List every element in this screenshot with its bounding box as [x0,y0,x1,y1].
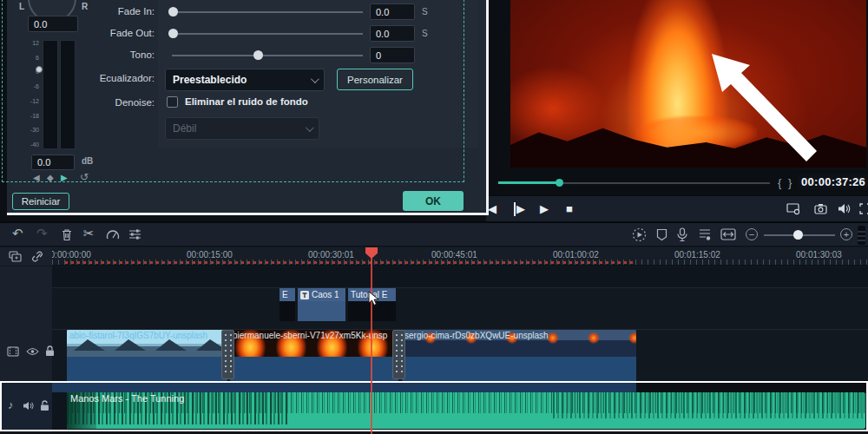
denoise-checkbox-label: Eliminar el ruido de fondo [185,96,308,107]
video-clip[interactable]: sergio-cima-rDs0zbXQwUE-unsplash [402,330,636,381]
marker-icon[interactable] [656,228,667,241]
title-clip-label: E [282,290,288,299]
keyframe-prev-button[interactable]: ◀ [33,173,40,182]
zoom-out-button[interactable]: − [746,228,758,240]
fade-out-slider[interactable] [172,33,363,35]
mark-in-icon[interactable]: { [778,176,781,189]
transition-element[interactable] [221,330,234,379]
denoise-level-value: Débil [173,122,196,135]
volume-icon[interactable] [838,203,852,214]
fade-out-handle[interactable] [168,29,178,38]
audio-clip[interactable]: Manos Mars - The Tunning [67,392,865,429]
timeline-ruler[interactable]: 00:00:00:00 00:00:15:00 00:00:30:01 00:0… [52,247,868,266]
seekbar-track[interactable] [559,182,770,184]
timeline-panel: ↶ ↷ ✂ [0,221,868,434]
fade-in-input[interactable]: 0.0 [370,3,415,20]
audio-mixer-icon[interactable] [698,228,712,240]
denoise-checkbox[interactable] [167,96,178,108]
tone-handle[interactable] [253,50,263,60]
timecode-display: 00:00:37:26 [799,174,868,189]
video-track-icon [7,346,19,357]
fade-in-handle[interactable] [168,7,178,16]
render-preview-icon[interactable] [632,227,647,242]
timeline-vertical-scrollbar[interactable] [858,226,865,245]
equalizer-preset-value: Preestablecido [173,74,247,86]
title-clip-label: Caos 1 [312,290,339,299]
fade-in-slider[interactable] [172,11,363,13]
adjust-sliders-icon[interactable] [128,228,141,240]
audio-row-upper-strip-dark [636,383,865,392]
split-scissors-icon[interactable]: ✂ [83,227,95,240]
preview-panel: { } 00:00:37:26 ◀ ▶ ▶ ■ [486,0,868,221]
title-clip[interactable]: Caos 1 [298,288,345,321]
stop-button[interactable]: ■ [566,202,573,216]
media-extent-markers [65,261,636,264]
reset-keyframes-button[interactable]: ↺ [80,171,89,183]
transition-element[interactable] [392,330,405,379]
speed-icon[interactable] [106,228,120,240]
tone-input[interactable]: 0 [370,47,415,63]
fade-in-unit: S [422,7,428,16]
keyframe-add-button[interactable]: ◆ [47,173,54,182]
mouse-cursor [367,291,381,306]
previous-frame-button[interactable]: ◀ [488,202,496,216]
denoise-level-dropdown[interactable]: Débil [165,117,319,140]
zoom-in-button[interactable]: + [840,228,852,240]
tone-slider[interactable] [172,55,363,56]
ruler-label: 00:00:45:01 [431,250,477,260]
audio-settings-modal: L R 0.0 126 0-6 -12-18 -30-40 0.0 dB ◀ ◆… [7,0,489,215]
equalizer-preset-dropdown[interactable]: Preestablecido [165,69,325,91]
playhead-line[interactable] [371,258,372,434]
mark-out-icon[interactable]: } [788,176,792,189]
ok-button[interactable]: OK [403,191,464,211]
title-media-icon [300,291,309,299]
undo-button[interactable]: ↶ [12,227,23,240]
tone-label: Tono: [7,49,155,60]
video-clip[interactable]: piermanuele-sberni-V71v27xm5Kk-unsp [230,330,398,381]
record-voiceover-mic-icon[interactable] [677,227,687,242]
next-frame-button[interactable]: ▶ [514,202,525,216]
seekbar-progress [498,181,559,184]
reset-button[interactable]: Reiniciar [12,193,69,210]
link-icon[interactable] [31,251,43,262]
fit-to-timeline-icon[interactable] [720,228,736,240]
audio-track-note-icon: ♪ [8,398,14,411]
timeline-toolbar: ↶ ↷ ✂ [0,223,868,247]
waveform-dense-right [553,392,865,418]
redo-button[interactable]: ↷ [36,227,48,240]
ruler-label: 00:01:00:02 [553,250,599,260]
preview-controls-bar: ◀ ▶ ▶ ■ [486,195,868,221]
ruler-label: 00:00:00:00 [52,250,91,260]
ruler-label: 00:01:15:02 [674,250,720,260]
display-settings-icon[interactable] [786,203,800,215]
track-lock-icon[interactable] [40,400,49,411]
fade-out-unit: S [422,29,428,38]
track-visibility-eye-icon[interactable] [26,347,39,356]
row-separator [52,287,868,288]
timeline-zoom-handle[interactable] [793,230,803,240]
customize-equalizer-button[interactable]: Personalizar [337,69,413,90]
volume-slider-handle[interactable] [36,66,43,73]
track-mute-speaker-icon[interactable] [23,401,35,411]
ruler-label: 00:00:15:00 [187,250,233,260]
video-clip-filename: sergio-cima-rDs0zbXQwUE-unsplash [404,331,549,340]
fade-out-input[interactable]: 0.0 [370,25,415,42]
ruler-label: 00:01:30:03 [796,250,842,260]
volume-db-input[interactable]: 0.0 [31,155,75,170]
track-lock-icon[interactable] [45,345,55,357]
db-unit-label: dB [82,156,93,166]
play-button[interactable]: ▶ [540,202,549,216]
delete-icon[interactable] [61,228,73,241]
keyframe-next-button[interactable]: ▶ [61,173,68,182]
video-preview-frame[interactable] [510,0,866,168]
track-header-corner [0,247,52,266]
snapshot-camera-icon[interactable] [814,203,827,214]
title-clip[interactable]: E [279,288,295,321]
fade-in-label: Fade In: [7,6,155,16]
seekbar-handle[interactable] [556,179,563,187]
video-clip[interactable]: abio-fistarol-7I3qIGS7bUY-unsplash [67,330,227,381]
audio-row-upper-strip [52,383,636,392]
fullscreen-icon[interactable] [859,203,868,214]
add-track-icon[interactable] [9,251,22,262]
audio-track-header: ♪ [2,383,52,430]
